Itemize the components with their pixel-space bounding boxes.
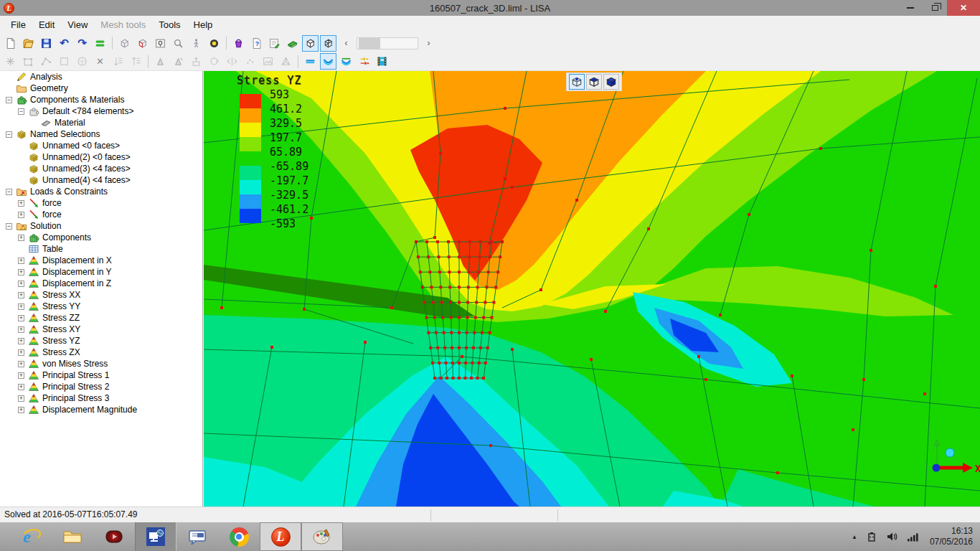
tree-expander-collapse[interactable]: −	[18, 108, 24, 115]
tree-expander-expand[interactable]: +	[18, 212, 24, 218]
menu-tools[interactable]: Tools	[152, 16, 187, 34]
tree-item-named-selections[interactable]: −Named Selections	[0, 128, 202, 140]
tree-item-stress-yy[interactable]: +Stress YY	[0, 301, 202, 312]
restore-button[interactable]	[923, 0, 947, 16]
add-face-button[interactable]	[56, 53, 72, 70]
taskbar-internet-explorer[interactable]: e	[10, 522, 52, 551]
tree-item-solution[interactable]: −Solution	[0, 220, 202, 232]
menu-help[interactable]: Help	[187, 16, 220, 34]
tree-item-displacement-in-x[interactable]: +Displacement in X	[0, 255, 202, 266]
deformed-curve-button[interactable]	[320, 53, 336, 70]
add-element-button[interactable]	[20, 53, 37, 70]
shaded-view-button[interactable]	[302, 35, 319, 52]
taskbar-remote-desktop[interactable]	[135, 522, 176, 551]
tree-expander-expand[interactable]: +	[18, 200, 24, 207]
menu-edit[interactable]: Edit	[32, 16, 61, 34]
tree-expander-expand[interactable]: +	[18, 326, 24, 333]
clock[interactable]: 16:13 07/05/2016	[930, 526, 973, 547]
prism-button[interactable]	[278, 53, 294, 70]
tree-expander-collapse[interactable]: −	[6, 131, 12, 138]
tree-item-principal-stress-2[interactable]: +Principal Stress 2	[0, 381, 202, 392]
wireframe-cube-button[interactable]	[116, 35, 133, 52]
timestep-scrubber[interactable]	[357, 37, 418, 50]
tree-item-components[interactable]: +Components	[0, 232, 202, 243]
paint-selection-button[interactable]	[230, 35, 247, 52]
viewport-3d[interactable]: X Stress YZ 593461.2329.5197.765.89-65.8…	[204, 71, 980, 507]
tree-expander-expand[interactable]: +	[18, 292, 24, 298]
new-file-button[interactable]	[2, 35, 19, 52]
extrude-button[interactable]	[152, 53, 169, 70]
redo-button[interactable]: ↷	[74, 35, 90, 52]
tree-expander-collapse[interactable]: −	[6, 189, 12, 195]
tree-item-unnamed-4-4-faces[interactable]: Unnamed(4) <4 faces>	[0, 174, 202, 186]
add-solid-button[interactable]	[74, 53, 90, 70]
tree-item-principal-stress-1[interactable]: +Principal Stress 1	[0, 369, 202, 381]
add-line-button[interactable]	[38, 53, 55, 70]
tree-item-force[interactable]: +force	[0, 209, 202, 220]
tree-expander-expand[interactable]: +	[18, 269, 24, 276]
save-button[interactable]	[38, 35, 55, 52]
tree-expander-expand[interactable]: +	[18, 372, 24, 379]
tree-item-default-784-elements[interactable]: −Default <784 elements>	[0, 105, 202, 117]
select-elements-cube-button[interactable]	[603, 74, 619, 90]
renumber-elements-button[interactable]	[128, 53, 144, 70]
taskbar-media-player[interactable]	[93, 522, 135, 551]
background-image-button[interactable]	[260, 53, 276, 70]
select-faces-cube-button[interactable]	[586, 74, 602, 90]
close-button[interactable]: ✕	[947, 0, 980, 16]
tree-item-stress-xy[interactable]: +Stress XY	[0, 324, 202, 335]
tree-item-von-mises-stress[interactable]: +von Mises Stress	[0, 358, 202, 369]
erase-button[interactable]	[284, 35, 301, 52]
tree-item-displacement-magnitude[interactable]: +Displacement Magnitude	[0, 404, 202, 415]
tree-item-stress-yz[interactable]: +Stress YZ	[0, 335, 202, 347]
tree-item-geometry[interactable]: Geometry	[0, 83, 202, 94]
extrude-up-button[interactable]	[188, 53, 204, 70]
open-file-button[interactable]	[20, 35, 37, 52]
scrubber-thumb[interactable]	[359, 38, 380, 49]
tree-expander-expand[interactable]: +	[18, 281, 24, 287]
step-back-button[interactable]: ‹	[338, 35, 354, 52]
load-scale-button[interactable]	[356, 53, 372, 70]
tree-item-displacement-in-z[interactable]: +Displacement in Z	[0, 278, 202, 289]
select-nodes-cube-button[interactable]	[569, 74, 585, 90]
renumber-nodes-button[interactable]	[110, 53, 126, 70]
tree-expander-expand[interactable]: +	[18, 258, 24, 264]
wireframe-view-button[interactable]	[320, 35, 336, 52]
network-signal-icon[interactable]	[907, 532, 920, 542]
menu-file[interactable]: File	[4, 16, 32, 34]
tree-expander-collapse[interactable]: −	[6, 223, 12, 230]
taskbar-lisa[interactable]: L	[260, 522, 301, 551]
taskbar-messaging[interactable]	[176, 522, 218, 551]
tree-expander-expand[interactable]: +	[18, 395, 24, 402]
tree-expander-expand[interactable]: +	[18, 407, 24, 413]
element-face-cube-button[interactable]	[134, 35, 151, 52]
tree-expander-expand[interactable]: +	[18, 361, 24, 367]
notes-button[interactable]	[266, 35, 283, 52]
tree-expander-expand[interactable]: +	[18, 315, 24, 321]
revolve-button[interactable]	[206, 53, 222, 70]
tree-item-unnamed-3-4-faces[interactable]: Unnamed(3) <4 faces>	[0, 163, 202, 174]
taskbar-file-explorer[interactable]	[52, 522, 93, 551]
delete-button[interactable]: ✕	[92, 53, 108, 70]
tree-item-stress-xx[interactable]: +Stress XX	[0, 289, 202, 301]
zoom-button[interactable]	[170, 35, 187, 52]
tree-item-principal-stress-3[interactable]: +Principal Stress 3	[0, 392, 202, 404]
tree-item-displacement-in-y[interactable]: +Displacement in Y	[0, 266, 202, 278]
tree-item-material[interactable]: Material	[0, 117, 202, 128]
tree-item-stress-zz[interactable]: +Stress ZZ	[0, 312, 202, 324]
minimize-button[interactable]	[898, 0, 923, 16]
tray-expand-icon[interactable]: ▲	[852, 534, 857, 540]
points-button[interactable]	[242, 53, 258, 70]
tree-item-analysis-static-3d[interactable]: Analysis	[0, 71, 202, 83]
tree-item-unnamed-2-0-faces[interactable]: Unnamed(2) <0 faces>	[0, 151, 202, 163]
menu-view[interactable]: View	[61, 16, 94, 34]
tree-expander-expand[interactable]: +	[18, 338, 24, 344]
undeformed-line-button[interactable]	[302, 53, 319, 70]
deformed-undeformed-button[interactable]	[338, 53, 354, 70]
speaker-icon[interactable]	[886, 532, 898, 542]
query-button[interactable]: ?	[248, 35, 265, 52]
tree-expander-expand[interactable]: +	[18, 384, 24, 390]
tree-item-unnamed-0-faces[interactable]: Unnamed <0 faces>	[0, 140, 202, 151]
mirror-button[interactable]	[224, 53, 240, 70]
tree-item-table[interactable]: Table	[0, 243, 202, 255]
